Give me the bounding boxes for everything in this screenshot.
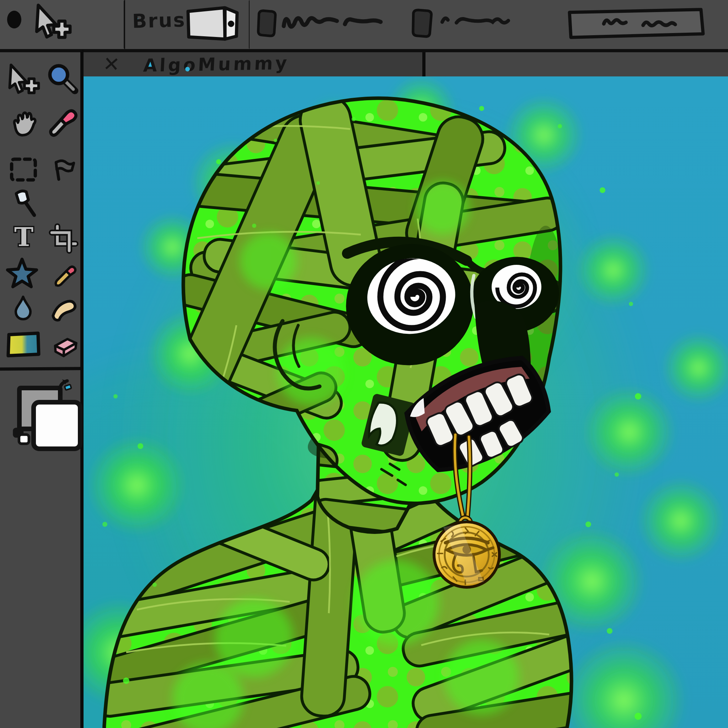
flag-icon xyxy=(47,153,80,186)
brush-stroke-wavy-icon[interactable] xyxy=(281,11,340,33)
tab-title-cyan-dot xyxy=(185,67,190,72)
magnifier-icon xyxy=(43,60,82,98)
canvas-area[interactable] xyxy=(84,76,728,728)
crop-icon xyxy=(46,222,81,256)
brush-preview-box-icon[interactable] xyxy=(184,3,242,47)
sidebar-divider xyxy=(0,367,80,371)
text-tool-icon: T xyxy=(6,220,41,255)
tool-eraser[interactable] xyxy=(47,330,81,361)
marquee-select-icon xyxy=(5,151,42,188)
tab-title-wrap: AlgoMummy xyxy=(143,54,289,75)
tool-move[interactable] xyxy=(5,63,42,101)
mummy-artwork xyxy=(84,76,728,728)
tools-sidebar: T xyxy=(0,49,84,728)
gradient-swatch-icon xyxy=(3,329,43,360)
tab-title: AlgoMummy xyxy=(142,53,290,76)
tool-gradient[interactable] xyxy=(3,329,43,361)
brush-stroke-dash-icon[interactable] xyxy=(342,13,383,29)
tool-pencil[interactable] xyxy=(47,257,80,292)
top-toolbar: Brush xyxy=(0,0,728,49)
star-icon xyxy=(2,254,42,293)
background-color-swatch[interactable] xyxy=(31,400,83,451)
tool-blur-drop[interactable] xyxy=(8,292,38,324)
tool-smudge[interactable] xyxy=(46,293,80,329)
tool-text[interactable]: T xyxy=(6,220,41,256)
eraser-icon xyxy=(47,330,81,360)
brush-tip-chip-small-icon[interactable] xyxy=(255,9,277,38)
tool-flag[interactable] xyxy=(47,153,80,187)
hand-icon xyxy=(6,105,43,142)
tab-bar: ✕ AlgoMummy xyxy=(84,49,728,80)
cursor-add-icon xyxy=(5,63,42,100)
text-tool-glyph: T xyxy=(14,222,34,252)
tool-marquee[interactable] xyxy=(5,151,42,189)
brush-stroke-preset-box-icon[interactable] xyxy=(564,6,707,40)
paint-app-window: Brush xyxy=(0,0,728,728)
bandage-smudge-icon xyxy=(46,293,80,327)
tab-algomummy[interactable]: ✕ AlgoMummy xyxy=(84,52,425,76)
brush-tip-chip-large-icon[interactable] xyxy=(410,9,433,39)
water-drop-icon xyxy=(8,292,38,323)
tool-indicator-dot-icon xyxy=(7,11,21,28)
tool-zoom[interactable] xyxy=(43,60,82,99)
pin-icon xyxy=(7,187,42,222)
tool-hand[interactable] xyxy=(6,105,43,143)
cursor-add-icon[interactable] xyxy=(31,3,74,46)
default-colors-icon[interactable] xyxy=(11,426,33,448)
swap-colors-icon[interactable] xyxy=(56,376,78,399)
tool-shape-star[interactable] xyxy=(2,254,42,294)
close-icon[interactable]: ✕ xyxy=(102,54,121,75)
eyedropper-icon xyxy=(43,104,82,142)
brush-stroke-wavy-long-icon[interactable] xyxy=(440,11,547,31)
tool-pin[interactable] xyxy=(7,187,42,223)
pencil-icon xyxy=(47,257,80,291)
tool-crop[interactable] xyxy=(46,222,81,257)
tool-eyedropper[interactable] xyxy=(43,104,82,143)
